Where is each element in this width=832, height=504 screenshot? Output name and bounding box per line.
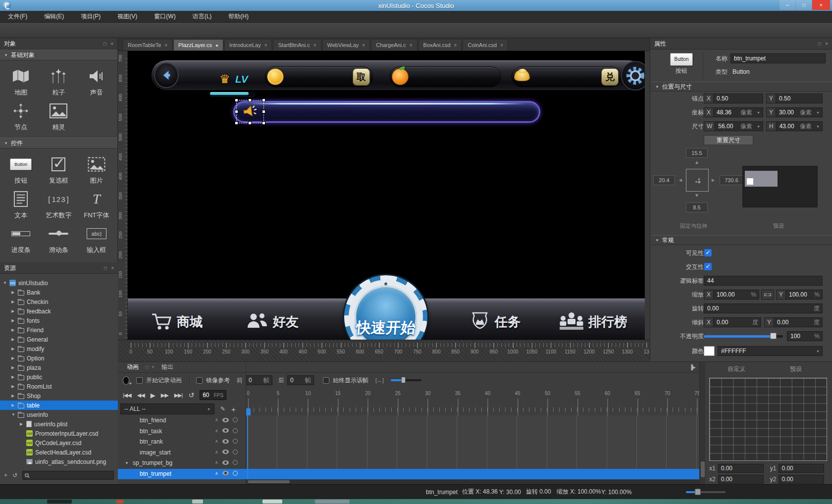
slice-top-field[interactable]: 15.5	[686, 148, 708, 158]
scale-link-icon[interactable]: ⊏⊐	[761, 290, 774, 300]
y2-field[interactable]: 0.00	[779, 475, 824, 484]
loop-icon[interactable]: ↺	[188, 391, 194, 399]
close-panel-icon[interactable]: ×	[110, 41, 113, 47]
anchor-y-field[interactable]: Y0.50	[766, 94, 823, 103]
refresh-resources-button[interactable]: ↺	[12, 472, 17, 479]
edit-icon[interactable]: ✎	[220, 405, 225, 412]
tree-expand-icon[interactable]: ▶	[11, 375, 15, 379]
lock-icon[interactable]	[233, 471, 238, 476]
tab-close-icon[interactable]: ×	[264, 43, 267, 48]
curve-grid[interactable]	[709, 378, 827, 461]
palette-item-image[interactable]: 图片	[78, 151, 115, 186]
lock-icon[interactable]	[233, 450, 238, 454]
palette-item-particle[interactable]: 粒子	[40, 63, 77, 98]
always-show-checkbox[interactable]	[323, 377, 329, 384]
slice-bottom-field[interactable]: 8.5	[686, 202, 708, 212]
collapse-icon[interactable]: ∧	[215, 439, 218, 444]
nav-cart[interactable]: 商城	[151, 309, 203, 335]
collapse-icon[interactable]: ∧	[215, 417, 218, 422]
interactive-checkbox[interactable]: ✓	[704, 262, 712, 271]
tree-item-Shop[interactable]: ▶Shop	[0, 391, 118, 401]
editor-tab[interactable]: IntroduceLay×	[224, 39, 272, 50]
design-canvas[interactable]: ♛ LV 取 兑	[128, 51, 645, 340]
quick-start-button[interactable]: ♠ 快速开始	[344, 275, 427, 340]
lock-icon[interactable]	[233, 417, 238, 422]
palette-item-button[interactable]: Button按钮	[2, 151, 40, 186]
back-button[interactable]	[154, 62, 179, 88]
coord-y-field[interactable]: Y30.00像素▼	[766, 107, 823, 117]
selection-handle[interactable]	[235, 110, 238, 113]
collapse-icon[interactable]: ∧	[215, 471, 218, 476]
palette-item-slider[interactable]: 滑动条	[40, 221, 77, 255]
tab-preset-curve[interactable]: 预设	[790, 365, 802, 375]
selection-handle[interactable]	[262, 99, 265, 102]
menu-item[interactable]: 语言(L)	[191, 11, 214, 22]
tree-expand-icon[interactable]: ▶	[11, 394, 15, 398]
frame-ruler[interactable]: 051015202530354045505560657075	[246, 388, 699, 415]
close-panel-icon[interactable]: ×	[825, 41, 828, 47]
selection-handle[interactable]	[235, 121, 238, 125]
selection-handle[interactable]	[248, 99, 252, 102]
reset-size-button[interactable]: 重置尺寸	[704, 135, 753, 145]
tree-item-uinfo_atlas_sendcount.png[interactable]: uinfo_atlas_sendcount.png	[0, 457, 118, 466]
y1-field[interactable]: 0.00	[779, 464, 824, 473]
tab-close-icon[interactable]: ×	[362, 43, 365, 48]
tree-expand-icon[interactable]: ▶	[11, 347, 15, 351]
canvas-zoom-slider[interactable]	[686, 491, 726, 493]
tab-close-icon[interactable]: ×	[410, 43, 413, 48]
general-section-header[interactable]: ▼ 常规	[650, 235, 832, 245]
nav-task[interactable]: 任务	[469, 309, 520, 335]
selection-handle[interactable]	[262, 110, 265, 113]
x2-field[interactable]: 0.00	[718, 475, 764, 484]
timeline-row-image_start[interactable]: image_start∧	[118, 448, 699, 458]
editor-tab[interactable]: BoxAni.csd×	[418, 39, 462, 50]
timeline-zoom-slider[interactable]	[391, 379, 421, 381]
palette-item-node[interactable]: 节点	[2, 98, 40, 133]
palette-item-text[interactable]: 文本	[2, 186, 40, 221]
resource-search-input[interactable]	[22, 471, 114, 480]
tree-item-fonts[interactable]: ▶fonts	[0, 316, 118, 325]
close-panel-icon[interactable]: ×	[111, 265, 114, 271]
tree-item-table[interactable]: ▶table	[0, 401, 118, 410]
add-animation-button[interactable]: +	[231, 405, 236, 413]
visibility-icon[interactable]	[222, 450, 229, 454]
tab-output[interactable]: 输出	[161, 363, 173, 371]
palette-item-artnum[interactable]: 123艺术数字	[40, 186, 77, 221]
timeline-vscrollbar[interactable]	[699, 361, 705, 484]
opacity-field[interactable]: 100%	[787, 331, 823, 341]
tree-item-RoomList[interactable]: ▶RoomList	[0, 382, 118, 391]
editor-tab[interactable]: RoomTableTe×	[123, 39, 172, 50]
slice-right-field[interactable]: 730.6	[720, 175, 743, 185]
tree-collapse-icon[interactable]: ▼	[125, 461, 129, 465]
tree-item-QrCodeLayer.csd[interactable]: csdQrCodeLayer.csd	[0, 438, 118, 448]
palette-item-sound[interactable]: 声音	[78, 63, 115, 98]
record-checkbox[interactable]	[136, 377, 143, 384]
anchor-x-field[interactable]: X0.50	[704, 94, 763, 103]
palette-item-map[interactable]: 地图	[2, 63, 40, 98]
palette-item-fnt[interactable]: TFNT字体	[78, 186, 115, 221]
tree-item-Bank[interactable]: ▶Bank	[0, 288, 118, 297]
fps-field[interactable]: 60FPS	[200, 390, 226, 400]
x1-field[interactable]: 0.00	[718, 464, 764, 473]
timeline-row-btn_task[interactable]: btn_task∧	[118, 426, 699, 437]
close-panel-icon[interactable]: ×	[152, 364, 155, 370]
coord-x-field[interactable]: X48.36像素▼	[704, 107, 763, 117]
withdraw-button[interactable]: 取	[353, 68, 370, 86]
visibility-icon[interactable]	[222, 471, 229, 475]
tree-collapse-icon[interactable]: ▼	[3, 281, 7, 285]
size-w-field[interactable]: W56.00像素▼	[704, 121, 763, 131]
settings-button[interactable]	[621, 61, 645, 91]
collapse-icon[interactable]: ∧	[215, 428, 218, 433]
timeline-row-btn_friend[interactable]: btn_friend∧	[118, 415, 699, 426]
collapse-icon[interactable]: ∧	[215, 460, 218, 465]
collapse-icon[interactable]: ∧	[215, 450, 218, 454]
tree-item-plaza[interactable]: ▶plaza	[0, 363, 118, 372]
tree-expand-icon[interactable]: ▶	[11, 356, 15, 360]
lock-icon[interactable]	[233, 460, 238, 465]
tree-expand-icon[interactable]: ▶	[11, 290, 15, 295]
lock-icon[interactable]	[233, 439, 238, 444]
menu-item[interactable]: 帮助(H)	[226, 11, 251, 22]
editor-tab[interactable]: StartBtnAni.c×	[273, 39, 321, 50]
tree-item-Friend[interactable]: ▶Friend	[0, 325, 118, 335]
tag-field[interactable]: 44	[704, 276, 823, 286]
